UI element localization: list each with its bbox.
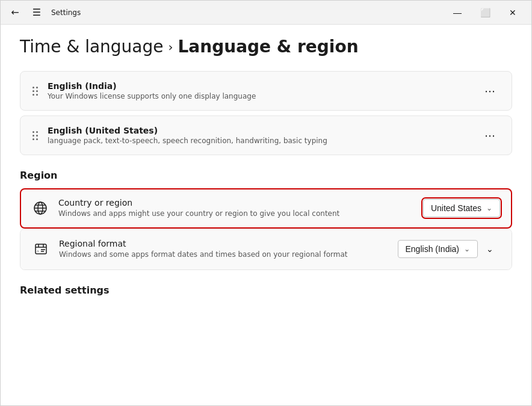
country-region-dropdown[interactable]: United States ⌄ bbox=[423, 199, 500, 217]
country-region-desc: Windows and apps might use your country … bbox=[58, 209, 413, 219]
language-info-us: English (United States) language pack, t… bbox=[48, 126, 471, 145]
close-button[interactable]: ✕ bbox=[499, 3, 527, 22]
maximize-button[interactable]: ⬜ bbox=[471, 3, 499, 22]
language-menu-india[interactable]: ⋯ bbox=[480, 81, 500, 100]
language-info-india: English (India) Your Windows license sup… bbox=[48, 81, 471, 100]
language-card-us: English (United States) language pack, t… bbox=[20, 115, 512, 155]
drag-handle-india[interactable] bbox=[32, 87, 38, 96]
language-name-us: English (United States) bbox=[48, 126, 471, 135]
format-icon: A bbox=[32, 241, 49, 257]
country-region-text: Country or region Windows and apps might… bbox=[58, 198, 413, 219]
breadcrumb-chevron: › bbox=[169, 40, 173, 54]
chevron-down-icon: ⌄ bbox=[486, 204, 492, 212]
page-title: Language & region bbox=[178, 37, 359, 57]
window-controls: — ⬜ ✕ bbox=[444, 3, 527, 22]
chevron-down-icon: ⌄ bbox=[464, 245, 470, 253]
svg-text:A: A bbox=[37, 250, 39, 253]
hamburger-menu-button[interactable]: ☰ bbox=[27, 3, 46, 22]
region-section-label: Region bbox=[20, 170, 512, 181]
regional-format-row: A Regional format Windows and some apps … bbox=[20, 229, 512, 269]
language-name-india: English (India) bbox=[48, 81, 471, 91]
regional-format-dropdown[interactable]: English (India) ⌄ bbox=[398, 240, 478, 258]
drag-handle-us[interactable] bbox=[32, 131, 38, 140]
expand-format-button[interactable]: ⌄ bbox=[480, 239, 500, 259]
settings-window: ← ☰ Settings — ⬜ ✕ Time & language › Lan… bbox=[0, 0, 532, 406]
format-controls: English (India) ⌄ ⌄ bbox=[398, 239, 500, 259]
globe-icon bbox=[32, 200, 49, 217]
titlebar: ← ☰ Settings — ⬜ ✕ bbox=[1, 1, 531, 25]
regional-format-title: Regional format bbox=[59, 239, 388, 248]
breadcrumb-parent: Time & language bbox=[20, 37, 164, 57]
breadcrumb: Time & language › Language & region bbox=[20, 37, 512, 57]
window-title: Settings bbox=[51, 8, 441, 17]
regional-format-card: A Regional format Windows and some apps … bbox=[20, 229, 512, 270]
regional-format-desc: Windows and some apps format dates and t… bbox=[59, 250, 388, 260]
language-desc-us: language pack, text-to-speech, speech re… bbox=[48, 137, 471, 145]
country-region-row: Country or region Windows and apps might… bbox=[20, 188, 512, 229]
language-card-india: English (India) Your Windows license sup… bbox=[20, 71, 512, 111]
country-region-title: Country or region bbox=[58, 198, 413, 208]
back-button[interactable]: ← bbox=[5, 3, 25, 22]
minimize-button[interactable]: — bbox=[444, 3, 471, 22]
language-menu-us[interactable]: ⋯ bbox=[480, 126, 500, 145]
related-settings-label: Related settings bbox=[20, 285, 512, 296]
language-desc-india: Your Windows license supports only one d… bbox=[48, 92, 471, 100]
main-content: Time & language › Language & region Engl… bbox=[1, 25, 531, 405]
regional-format-value: English (India) bbox=[406, 244, 460, 254]
country-region-value: United States bbox=[431, 203, 481, 213]
regional-format-text: Regional format Windows and some apps fo… bbox=[59, 239, 388, 260]
